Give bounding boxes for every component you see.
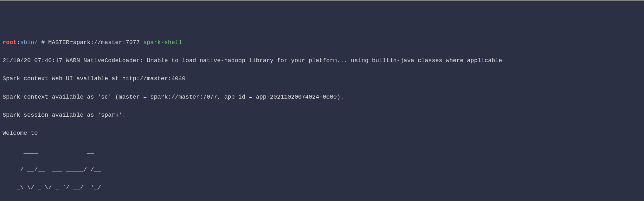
session-line: Spark session available as 'spark'. bbox=[3, 111, 641, 120]
ascii-art-line-2: / __/__ ___ _____/ /__ bbox=[3, 165, 641, 175]
command-env: MASTER=spark://master:7077 bbox=[48, 39, 143, 46]
prompt-line: root:sbin/ # MASTER=spark://master:7077 … bbox=[3, 38, 641, 48]
prompt-hash: # bbox=[38, 39, 48, 46]
warn-line: 21/10/20 07:40:17 WARN NativeCodeLoader:… bbox=[3, 56, 641, 66]
webui-line: Spark context Web UI available at http:/… bbox=[3, 75, 641, 84]
prompt-user: root bbox=[3, 39, 16, 46]
context-line: Spark context available as 'sc' (master … bbox=[3, 93, 641, 102]
welcome-line: Welcome to bbox=[3, 129, 641, 138]
ascii-art-line-1: ____ __ bbox=[3, 147, 641, 157]
ascii-art-line-3: _\ \/ _ \/ _ `/ __/ '_/ bbox=[3, 184, 641, 193]
prompt-path: sbin/ bbox=[20, 39, 38, 46]
command-name: spark-shell bbox=[143, 39, 182, 46]
prompt-colon: : bbox=[16, 39, 20, 46]
